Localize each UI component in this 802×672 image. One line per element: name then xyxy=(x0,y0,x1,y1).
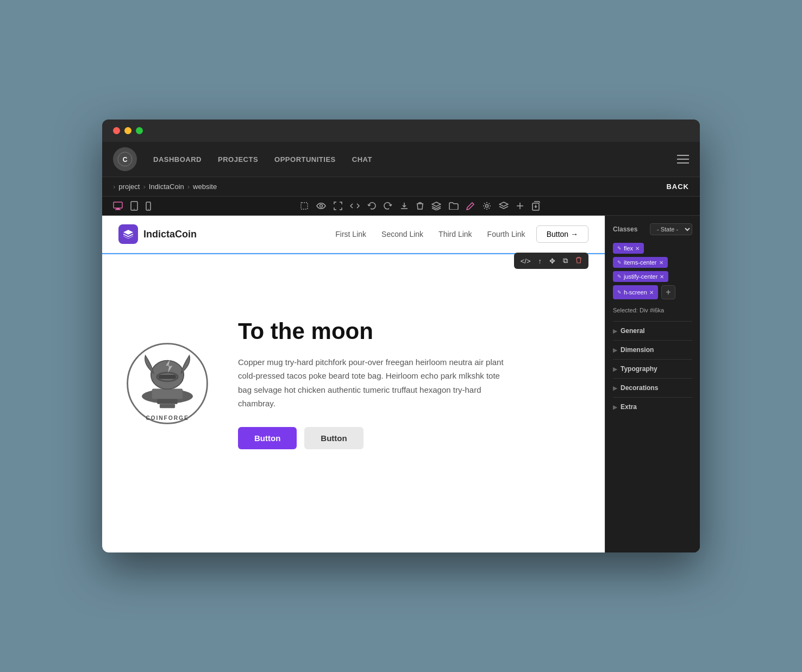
element-move-button[interactable]: ✥ xyxy=(546,255,559,267)
section-general-chevron: ▶ xyxy=(613,328,617,334)
hero-logo: COINFORGE xyxy=(118,340,216,427)
svg-rect-17 xyxy=(160,404,175,409)
site-nav-button[interactable]: Button → xyxy=(536,225,588,243)
code-icon[interactable] xyxy=(350,202,360,210)
back-button[interactable]: BACK xyxy=(666,183,689,191)
section-decorations-chevron: ▶ xyxy=(613,385,617,391)
device-icons xyxy=(113,201,151,211)
section-general: ▶ General xyxy=(613,321,692,340)
redo-icon[interactable] xyxy=(384,202,392,210)
content-area: IndictaCoin First Link Second Link Third… xyxy=(102,216,700,552)
tablet-icon[interactable] xyxy=(130,201,138,211)
stack-icon[interactable] xyxy=(499,202,509,210)
tags-area: ✎ flex ✕ ✎ items-center ✕ ✎ justify-cent… xyxy=(613,243,692,299)
tag-h-screen-icon: ✎ xyxy=(617,290,622,295)
panel-header: Classes - State - xyxy=(613,223,692,235)
section-extra: ▶ Extra xyxy=(613,397,692,416)
site-nav: IndictaCoin First Link Second Link Third… xyxy=(102,216,605,253)
section-dimension-header[interactable]: ▶ Dimension xyxy=(613,346,692,354)
svg-rect-16 xyxy=(157,399,178,404)
tag-h-screen-remove[interactable]: ✕ xyxy=(649,290,654,296)
classes-label: Classes xyxy=(613,225,637,233)
coinforge-illustration: COINFORGE xyxy=(124,340,211,427)
folder-icon[interactable] xyxy=(449,202,459,210)
breadcrumb-bar: › project › IndictaCoin › website BACK xyxy=(102,177,700,197)
trash-icon[interactable] xyxy=(416,202,424,210)
settings-icon[interactable] xyxy=(483,202,491,210)
tag-justify-center-remove[interactable]: ✕ xyxy=(660,274,664,280)
toolbar xyxy=(102,197,700,216)
hero-secondary-button[interactable]: Button xyxy=(304,427,363,449)
site-logo-icon xyxy=(118,224,138,244)
hero-content: To the moon Copper mug try-hard pitchfor… xyxy=(238,318,588,449)
breadcrumb-item-project[interactable]: project xyxy=(118,183,140,191)
breadcrumb-item-indicta[interactable]: IndictaCoin xyxy=(149,183,184,191)
nav-item-chat[interactable]: CHAT xyxy=(352,154,372,164)
element-toolbar: </> ↑ ✥ ⧉ xyxy=(514,253,588,269)
undo-icon[interactable] xyxy=(367,202,376,210)
fullscreen-icon[interactable] xyxy=(334,202,342,210)
section-general-header[interactable]: ▶ General xyxy=(613,327,692,335)
section-dimension-chevron: ▶ xyxy=(613,347,617,353)
hero-title: To the moon xyxy=(238,318,588,344)
breadcrumb-item-website[interactable]: website xyxy=(193,183,217,191)
center-toolbar-icons xyxy=(300,201,540,211)
tag-justify-center-icon: ✎ xyxy=(617,274,622,279)
minimize-button[interactable] xyxy=(124,127,131,134)
svg-point-8 xyxy=(148,209,148,209)
section-typography: ▶ Typography xyxy=(613,359,692,378)
desktop-icon[interactable] xyxy=(113,201,123,211)
hero-primary-button[interactable]: Button xyxy=(238,427,297,449)
mobile-icon[interactable] xyxy=(146,202,151,211)
svg-rect-9 xyxy=(301,203,308,209)
tag-items-center-remove[interactable]: ✕ xyxy=(659,260,663,266)
section-typography-chevron: ▶ xyxy=(613,366,617,372)
tag-h-screen-label: h-screen xyxy=(624,289,647,296)
section-dimension: ▶ Dimension xyxy=(613,340,692,359)
nav-links: DASHBOARD PROJECTS OPPORTUNITIES CHAT xyxy=(153,154,372,164)
tag-flex-remove[interactable]: ✕ xyxy=(635,246,640,252)
element-code-button[interactable]: </> xyxy=(517,255,534,267)
section-extra-chevron: ▶ xyxy=(613,404,617,410)
close-button[interactable] xyxy=(113,127,120,134)
hamburger-menu[interactable] xyxy=(677,155,689,164)
selected-info: Selected: Div #i6ka xyxy=(613,307,692,313)
site-nav-second-link[interactable]: Second Link xyxy=(381,229,423,239)
website-preview: IndictaCoin First Link Second Link Third… xyxy=(102,216,605,552)
nav-item-projects[interactable]: PROJECTS xyxy=(218,154,258,164)
element-delete-button[interactable] xyxy=(572,255,585,267)
nav-item-dashboard[interactable]: DASHBOARD xyxy=(153,154,202,164)
site-nav-fourth-link[interactable]: Fourth Link xyxy=(487,229,525,239)
layers-icon[interactable] xyxy=(431,202,441,210)
site-nav-third-link[interactable]: Third Link xyxy=(438,229,472,239)
select-icon[interactable] xyxy=(300,202,309,210)
pen-icon[interactable] xyxy=(466,202,475,210)
hero-buttons: Button Button xyxy=(238,427,588,449)
hero-section: COINFORGE To the moon Copper mug try-har… xyxy=(102,253,605,514)
hero-body: Copper mug try-hard pitchfork pour-over … xyxy=(238,355,510,411)
section-dimension-label: Dimension xyxy=(621,346,654,354)
app-window: C DASHBOARD PROJECTS OPPORTUNITIES CHAT … xyxy=(102,120,700,552)
svg-text:C: C xyxy=(123,156,128,164)
section-extra-header[interactable]: ▶ Extra xyxy=(613,403,692,411)
add-icon[interactable] xyxy=(516,202,524,210)
tag-justify-center: ✎ justify-center ✕ xyxy=(613,271,668,282)
add-tag-button[interactable]: + xyxy=(661,285,675,299)
state-dropdown[interactable]: - State - xyxy=(650,223,692,235)
download-icon[interactable] xyxy=(400,202,409,210)
section-decorations-header[interactable]: ▶ Decorations xyxy=(613,384,692,392)
brand-logo: C xyxy=(113,147,137,171)
nav-item-opportunities[interactable]: OPPORTUNITIES xyxy=(274,154,336,164)
element-up-button[interactable]: ↑ xyxy=(535,255,546,267)
breadcrumb-chevron: › xyxy=(113,183,115,191)
svg-point-10 xyxy=(320,205,323,208)
tag-items-center-icon: ✎ xyxy=(617,260,622,265)
svg-point-11 xyxy=(486,205,488,208)
eye-icon[interactable] xyxy=(316,203,326,209)
section-typography-header[interactable]: ▶ Typography xyxy=(613,365,692,373)
element-copy-button[interactable]: ⧉ xyxy=(560,255,571,267)
logo-area: C xyxy=(113,147,137,171)
import-icon[interactable] xyxy=(531,201,540,211)
maximize-button[interactable] xyxy=(136,127,143,134)
site-nav-first-link[interactable]: First Link xyxy=(335,229,366,239)
